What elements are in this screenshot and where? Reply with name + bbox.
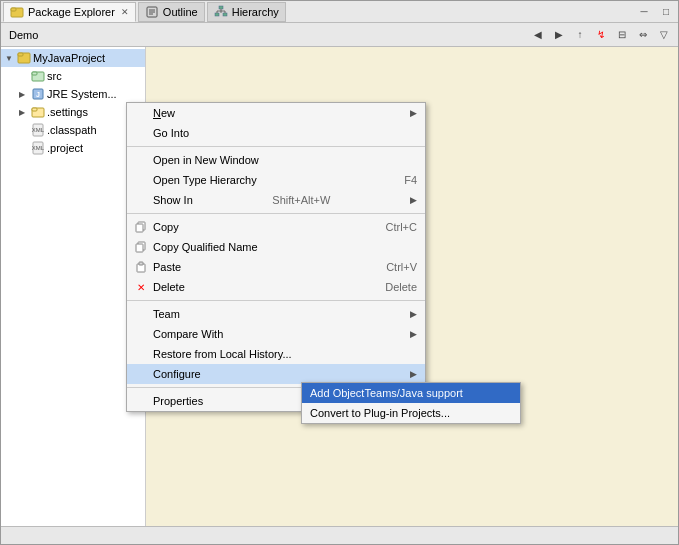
show-in-submenu-arrow: ▶ — [410, 195, 417, 205]
tree-item-project-label: .project — [47, 142, 83, 154]
tree-arrow-jre: ▶ — [19, 90, 29, 99]
menu-item-restore-local[interactable]: Restore from Local History... — [127, 344, 425, 364]
tab-package-explorer-label: Package Explorer — [28, 6, 115, 18]
menu-item-team-label: Team — [153, 308, 180, 320]
sync-button[interactable]: ↯ — [591, 26, 611, 44]
team-submenu-arrow: ▶ — [410, 309, 417, 319]
menu-item-open-type-hierarchy[interactable]: Open Type Hierarchy F4 — [127, 170, 425, 190]
svg-rect-28 — [136, 244, 143, 252]
menu-item-open-new-window-label: Open in New Window — [153, 154, 259, 166]
svg-rect-26 — [136, 224, 143, 232]
tree-item-src-label: src — [47, 70, 62, 82]
tree-item-src[interactable]: ▶ src — [1, 67, 145, 85]
menu-item-delete[interactable]: ✕ Delete Delete — [127, 277, 425, 297]
tree-item-settings[interactable]: ▶ .settings — [1, 103, 145, 121]
svg-text:XML: XML — [32, 145, 45, 151]
submenu-item-convert-plugin[interactable]: Convert to Plug-in Projects... — [302, 403, 520, 423]
separator-1 — [127, 146, 425, 147]
tree-arrow-settings: ▶ — [19, 108, 29, 117]
copy-icon — [133, 219, 149, 235]
svg-text:XML: XML — [32, 127, 45, 133]
tree-item-classpath-label: .classpath — [47, 124, 97, 136]
tab-package-explorer[interactable]: Package Explorer ✕ — [3, 2, 136, 22]
source-folder-icon — [31, 69, 45, 83]
view-menu-button[interactable]: ▽ — [654, 26, 674, 44]
tree-item-jre[interactable]: ▶ J JRE System... — [1, 85, 145, 103]
tab-close-package-explorer[interactable]: ✕ — [121, 7, 129, 17]
menu-item-show-in-label: Show In — [153, 194, 193, 206]
copy-shortcut: Ctrl+C — [386, 221, 417, 233]
menu-item-new-label: New — [153, 107, 175, 119]
menu-item-show-in[interactable]: Show In Shift+Alt+W ▶ — [127, 190, 425, 210]
tab-hierarchy-label: Hierarchy — [232, 6, 279, 18]
outline-icon — [145, 5, 159, 19]
jre-icon: J — [31, 87, 45, 101]
separator-2 — [127, 213, 425, 214]
svg-rect-1 — [11, 8, 16, 11]
package-explorer-icon — [10, 5, 24, 19]
tab-outline[interactable]: Outline — [138, 2, 205, 22]
paste-shortcut: Ctrl+V — [386, 261, 417, 273]
minimize-button[interactable]: ─ — [634, 3, 654, 21]
hierarchy-icon — [214, 5, 228, 19]
svg-rect-14 — [18, 53, 23, 56]
submenu-item-add-objectteams-label: Add ObjectTeams/Java support — [310, 387, 463, 399]
tree-item-jre-label: JRE System... — [47, 88, 117, 100]
menu-item-paste[interactable]: Paste Ctrl+V — [127, 257, 425, 277]
svg-rect-20 — [32, 108, 37, 111]
back-button[interactable]: ◀ — [528, 26, 548, 44]
tree-item-myjavaproject[interactable]: ▼ MyJavaProject — [1, 49, 145, 67]
menu-item-copy-label: Copy — [153, 221, 179, 233]
menu-item-paste-label: Paste — [153, 261, 181, 273]
submenu-item-add-objectteams[interactable]: Add ObjectTeams/Java support — [302, 383, 520, 403]
forward-button[interactable]: ▶ — [549, 26, 569, 44]
menu-item-copy-qualified-label: Copy Qualified Name — [153, 241, 258, 253]
main-window: Package Explorer ✕ Outline — [0, 0, 679, 545]
tree-item-project[interactable]: ▶ XML .project — [1, 139, 145, 157]
breadcrumb: Demo — [5, 27, 528, 43]
show-in-shortcut: Shift+Alt+W — [272, 194, 330, 206]
up-button[interactable]: ↑ — [570, 26, 590, 44]
menu-item-go-into-label: Go Into — [153, 127, 189, 139]
tree-item-classpath[interactable]: ▶ XML .classpath — [1, 121, 145, 139]
separator-3 — [127, 300, 425, 301]
classpath-icon: XML — [31, 123, 45, 137]
context-menu: New ▶ Go Into Open in New Window Open Ty… — [126, 102, 426, 412]
submenu-item-convert-plugin-label: Convert to Plug-in Projects... — [310, 407, 450, 419]
svg-rect-6 — [219, 6, 223, 9]
status-bar — [1, 526, 678, 544]
menu-item-team[interactable]: Team ▶ — [127, 304, 425, 324]
menu-item-compare-with-label: Compare With — [153, 328, 223, 340]
menu-item-copy-qualified[interactable]: Copy Qualified Name — [127, 237, 425, 257]
settings-folder-icon — [31, 105, 45, 119]
paste-icon — [133, 259, 149, 275]
tab-hierarchy[interactable]: Hierarchy — [207, 2, 286, 22]
tree-item-settings-label: .settings — [47, 106, 88, 118]
project-file-icon: XML — [31, 141, 45, 155]
menu-item-properties-label: Properties — [153, 395, 203, 407]
menu-item-new[interactable]: New ▶ — [127, 103, 425, 123]
svg-rect-16 — [32, 72, 37, 75]
compare-submenu-arrow: ▶ — [410, 329, 417, 339]
tree-arrow-myjavaproject: ▼ — [5, 54, 15, 63]
menu-item-delete-label: Delete — [153, 281, 185, 293]
menu-item-open-type-hierarchy-label: Open Type Hierarchy — [153, 174, 257, 186]
tab-outline-label: Outline — [163, 6, 198, 18]
menu-item-restore-local-label: Restore from Local History... — [153, 348, 292, 360]
svg-text:J: J — [36, 91, 40, 98]
delete-icon: ✕ — [133, 279, 149, 295]
new-submenu-arrow: ▶ — [410, 108, 417, 118]
menu-item-open-new-window[interactable]: Open in New Window — [127, 150, 425, 170]
link-button[interactable]: ⇔ — [633, 26, 653, 44]
collapse-button[interactable]: ⊟ — [612, 26, 632, 44]
maximize-button[interactable]: □ — [656, 3, 676, 21]
menu-item-go-into[interactable]: Go Into — [127, 123, 425, 143]
menu-item-configure[interactable]: Configure ▶ — [127, 364, 425, 384]
delete-shortcut: Delete — [385, 281, 417, 293]
menu-item-copy[interactable]: Copy Ctrl+C — [127, 217, 425, 237]
configure-submenu: Add ObjectTeams/Java support Convert to … — [301, 382, 521, 424]
open-type-hierarchy-shortcut: F4 — [404, 174, 417, 186]
menu-item-compare-with[interactable]: Compare With ▶ — [127, 324, 425, 344]
copy-qualified-icon — [133, 239, 149, 255]
configure-submenu-arrow: ▶ — [410, 369, 417, 379]
